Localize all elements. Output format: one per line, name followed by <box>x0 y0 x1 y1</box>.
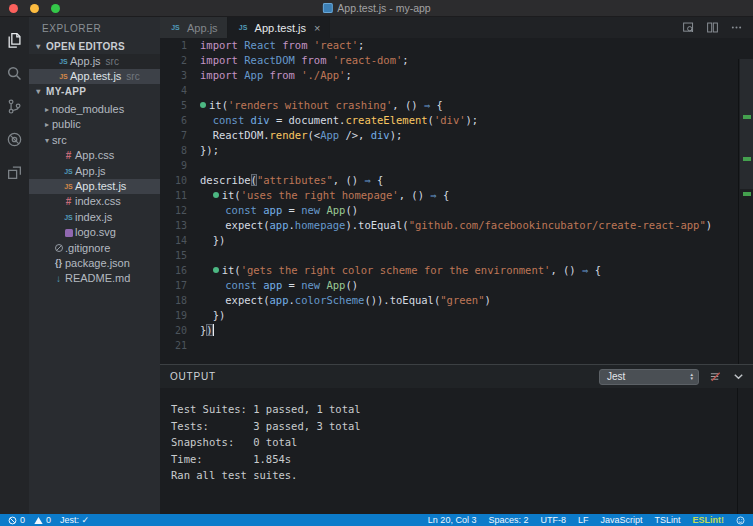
warning-triangle-status[interactable]: 0 <box>34 515 51 525</box>
sidebar-title: EXPLORER <box>29 17 160 39</box>
minimize-window-button[interactable] <box>30 4 39 13</box>
editor-line[interactable]: 7 ReactDOM.render(<App />, div); <box>160 128 753 143</box>
status-utf-8[interactable]: UTF-8 <box>540 515 566 525</box>
editor-line[interactable]: 3import App from './App'; <box>160 68 753 83</box>
status-spaces-2[interactable]: Spaces: 2 <box>488 515 528 525</box>
code-token: , () <box>392 99 424 111</box>
tab-app-test-js[interactable]: JSApp.test.js× <box>228 17 331 38</box>
activitybar-search-icon[interactable] <box>0 57 29 90</box>
code-token: "green" <box>440 294 484 306</box>
code-token: 'div' <box>434 114 466 126</box>
tree-item-gitignore[interactable]: .gitignore <box>29 241 160 256</box>
editor-line[interactable]: 8}); <box>160 143 753 158</box>
close-tab-icon[interactable]: × <box>314 22 320 34</box>
git-file-icon <box>52 244 65 252</box>
svg-file-icon <box>62 229 75 237</box>
statusbar-right: Ln 20, Col 3Spaces: 2UTF-8LFJavaScriptTS… <box>428 515 745 525</box>
activitybar-explorer-icon[interactable] <box>0 24 29 57</box>
code-token: () <box>345 204 358 216</box>
smiley-status[interactable] <box>736 516 745 525</box>
editor-line[interactable]: 16 it('gets the right color scheme for t… <box>160 263 753 278</box>
extensions-icon <box>6 164 23 181</box>
file-label: App.test.js <box>75 179 126 194</box>
activitybar-source-control-icon[interactable] <box>0 90 29 123</box>
editor-line[interactable]: 12 const app = new App() <box>160 203 753 218</box>
tab-app-js[interactable]: JSApp.js <box>160 17 228 38</box>
editor-line[interactable]: 2import ReactDOM from 'react-dom'; <box>160 53 753 68</box>
status-tslint[interactable]: TSLint <box>654 515 680 525</box>
editor-line[interactable]: 21 <box>160 338 753 353</box>
collapse-panel-chevron-icon[interactable] <box>732 370 745 383</box>
code-editor[interactable]: 1import React from 'react';2import React… <box>160 38 753 364</box>
code-token: ).toEqual( <box>345 219 408 231</box>
editor-line[interactable]: 18 expect(app.colorScheme()).toEqual("gr… <box>160 293 753 308</box>
editor-line[interactable]: 17 const app = new App() <box>160 278 753 293</box>
code-token: React <box>244 39 276 51</box>
editor-line[interactable]: 6 const div = document.createElement('di… <box>160 113 753 128</box>
clear-output-icon[interactable] <box>709 370 722 383</box>
tree-item-node-modules[interactable]: ▸node_modules <box>29 102 160 117</box>
open-editor-item-app-test-js[interactable]: JSApp.test.jssrc <box>29 69 160 84</box>
open-preview-icon[interactable] <box>682 21 695 34</box>
code-token: const <box>213 114 245 126</box>
split-editor-icon[interactable] <box>706 21 719 34</box>
status-javascript[interactable]: JavaScript <box>600 515 642 525</box>
scrollbar-thumb[interactable] <box>740 59 753 189</box>
file-label: index.js <box>75 210 112 225</box>
output-line: Time: 1.854s <box>171 451 753 468</box>
code-token: import <box>200 54 238 66</box>
editor-line[interactable]: 10describe("attributes", () ⇒ { <box>160 173 753 188</box>
code-token: () <box>345 279 358 291</box>
editor-line[interactable]: 9 <box>160 158 753 173</box>
line-code: it('gets the right color scheme for the … <box>200 263 601 278</box>
editor-line[interactable]: 5it('renders without crashing', () ⇒ { <box>160 98 753 113</box>
status-jest[interactable]: Jest: ✓ <box>60 515 89 525</box>
open-editors-header[interactable]: ▾ OPEN EDITORS <box>29 39 160 54</box>
test-pass-dot <box>200 102 206 108</box>
project-root-header[interactable]: ▾ MY-APP <box>29 84 160 99</box>
editor-line[interactable]: 20}) <box>160 323 753 338</box>
editor-line[interactable]: 4 <box>160 83 753 98</box>
folder-label: node_modules <box>52 102 124 117</box>
status-ln-20-col-3[interactable]: Ln 20, Col 3 <box>428 515 477 525</box>
editor-line[interactable]: 14 }) <box>160 233 753 248</box>
tree-item-package-json[interactable]: {}package.json <box>29 256 160 271</box>
tree-item-app-css[interactable]: #App.css <box>29 148 160 163</box>
tree-item-src[interactable]: ▾src <box>29 133 160 148</box>
code-token: = <box>282 204 301 216</box>
status-lf[interactable]: LF <box>578 515 589 525</box>
zoom-window-button[interactable] <box>51 4 60 13</box>
tree-item-app-js[interactable]: JSApp.js <box>29 164 160 179</box>
error-circle-status[interactable]: 0 <box>8 515 25 525</box>
editor-line[interactable]: 13 expect(app.homepage).toEqual("github.… <box>160 218 753 233</box>
explorer-sidebar: EXPLORER ▾ OPEN EDITORS JSApp.jssrcJSApp… <box>29 17 160 514</box>
activitybar-debug-icon[interactable] <box>0 123 29 156</box>
svg-image-icon <box>65 229 73 237</box>
tree-item-index-css[interactable]: #index.css <box>29 194 160 209</box>
editor-scrollbar[interactable] <box>738 59 753 364</box>
tree-item-app-test-js[interactable]: JSApp.test.js <box>29 179 160 194</box>
more-actions-icon[interactable] <box>730 21 743 34</box>
close-window-button[interactable] <box>9 4 18 13</box>
panel-title-output[interactable]: OUTPUT <box>170 371 216 382</box>
js-file-icon: JS <box>62 210 75 225</box>
open-editor-label: App.test.js <box>70 69 121 84</box>
tree-item-logo-svg[interactable]: logo.svg <box>29 225 160 240</box>
output-channel-select[interactable]: Jest ▲▼ <box>599 369 699 385</box>
code-token: , () <box>399 189 431 201</box>
tree-item-public[interactable]: ▸public <box>29 117 160 132</box>
tree-item-index-js[interactable]: JSindex.js <box>29 210 160 225</box>
tree-item-readme-md[interactable]: ↓README.md <box>29 271 160 286</box>
file-label: logo.svg <box>75 225 116 240</box>
editor-line[interactable]: 15 <box>160 248 753 263</box>
code-token: (< <box>307 129 320 141</box>
status-eslint[interactable]: ESLint! <box>693 515 725 525</box>
editor-line[interactable]: 1import React from 'react'; <box>160 38 753 53</box>
open-editor-item-app-js[interactable]: JSApp.jssrc <box>29 54 160 69</box>
panel-header-actions: Jest ▲▼ <box>599 369 745 385</box>
editor-line[interactable]: 19 }) <box>160 308 753 323</box>
activitybar-extensions-icon[interactable] <box>0 156 29 189</box>
editor-line[interactable]: 11 it('uses the right homepage', () ⇒ { <box>160 188 753 203</box>
file-tree: ▸node_modules▸public▾src#App.cssJSApp.js… <box>29 102 160 287</box>
activity-bar <box>0 17 29 514</box>
